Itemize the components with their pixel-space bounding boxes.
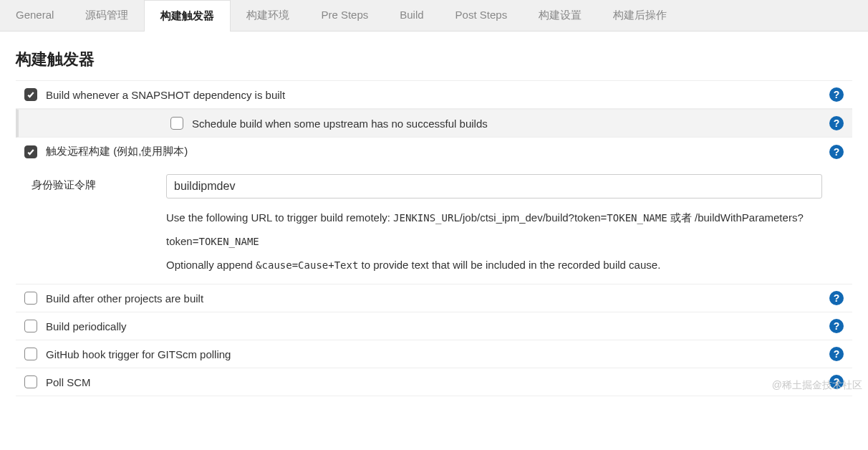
- label-build-periodically: Build periodically: [46, 320, 127, 332]
- watermark: @稀土掘金技术社区: [772, 379, 862, 392]
- checkbox-remote-trigger[interactable]: [24, 145, 37, 158]
- label-schedule-upstream: Schedule build when some upstream has no…: [192, 118, 488, 130]
- tab-post-steps[interactable]: Post Steps: [440, 0, 524, 31]
- checkbox-poll-scm[interactable]: [24, 375, 37, 388]
- trigger-snapshot-row: Build whenever a SNAPSHOT dependency is …: [16, 81, 852, 109]
- build-triggers-section: 构建触发器 Build whenever a SNAPSHOT dependen…: [0, 32, 868, 396]
- trigger-after-other-row: Build after other projects are built ?: [16, 284, 852, 312]
- label-poll-scm: Poll SCM: [46, 376, 91, 388]
- trigger-poll-scm-row: Poll SCM ?: [16, 368, 852, 396]
- label-github-hook: GitHub hook trigger for GITScm polling: [46, 348, 231, 360]
- label-build-after-other: Build after other projects are built: [46, 292, 203, 305]
- auth-token-row: 身份验证令牌: [16, 166, 852, 198]
- label-snapshot: Build whenever a SNAPSHOT dependency is …: [46, 89, 285, 101]
- help-icon[interactable]: ?: [829, 291, 844, 305]
- tab-pre-steps[interactable]: Pre Steps: [305, 0, 384, 31]
- tab-general[interactable]: General: [0, 0, 69, 31]
- checkbox-build-periodically[interactable]: [24, 320, 37, 332]
- help-icon[interactable]: ?: [829, 116, 844, 130]
- checkbox-build-after-other[interactable]: [24, 292, 37, 305]
- tab-build-env[interactable]: 构建环境: [231, 0, 305, 31]
- tab-post-actions[interactable]: 构建后操作: [597, 0, 683, 31]
- checkbox-github-hook[interactable]: [24, 348, 37, 360]
- tab-build[interactable]: Build: [384, 0, 439, 31]
- help-icon[interactable]: ?: [829, 87, 844, 102]
- tab-scm[interactable]: 源码管理: [69, 0, 144, 31]
- checkbox-snapshot[interactable]: [24, 88, 37, 101]
- remote-trigger-desc: Use the following URL to trigger build r…: [16, 198, 852, 284]
- tab-build-settings[interactable]: 构建设置: [523, 0, 597, 31]
- help-icon[interactable]: ?: [829, 347, 844, 361]
- trigger-remote-row: 触发远程构建 (例如,使用脚本) ?: [16, 138, 852, 166]
- trigger-snapshot-sub-row: Schedule build when some upstream has no…: [16, 109, 852, 138]
- trigger-github-hook-row: GitHub hook trigger for GITScm polling ?: [16, 340, 852, 368]
- tab-build-triggers[interactable]: 构建触发器: [144, 0, 231, 32]
- help-icon[interactable]: ?: [829, 145, 844, 159]
- auth-token-label: 身份验证令牌: [24, 174, 159, 198]
- auth-token-input[interactable]: [166, 174, 822, 198]
- config-tabs: General 源码管理 构建触发器 构建环境 Pre Steps Build …: [0, 0, 868, 32]
- section-title: 构建触发器: [16, 42, 852, 81]
- checkbox-schedule-upstream[interactable]: [170, 117, 183, 130]
- help-icon[interactable]: ?: [829, 319, 844, 333]
- trigger-periodically-row: Build periodically ?: [16, 312, 852, 340]
- label-remote-trigger: 触发远程构建 (例如,使用脚本): [46, 145, 188, 158]
